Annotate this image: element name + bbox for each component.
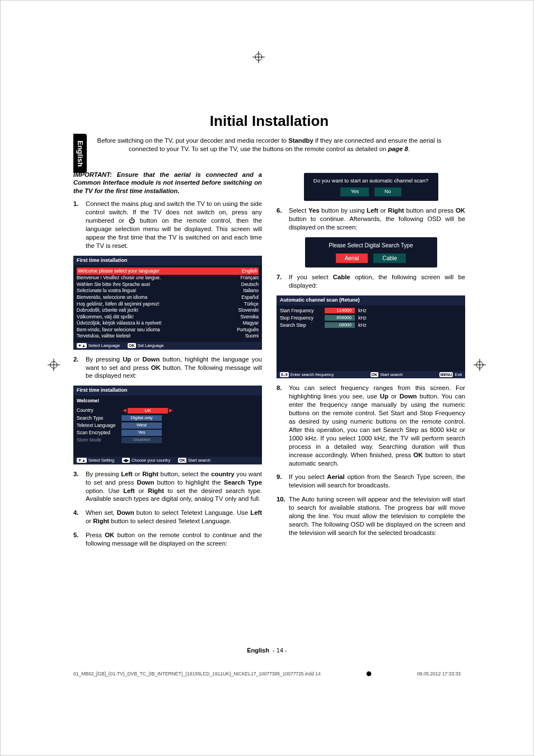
osd-searchtype: Please Select Digital Search TypeAerialC… bbox=[305, 237, 437, 267]
page-title: Initial Installation bbox=[73, 112, 465, 130]
print-mark: 01_MB62_[GB]_(01-TV)_DVB_TC_(IB_INTERNET… bbox=[73, 669, 461, 678]
step-item: 4.When set, Down buton to select Teletex… bbox=[73, 509, 262, 525]
registration-mark-top bbox=[252, 51, 265, 63]
page-footer: English - 14 - bbox=[1, 647, 533, 654]
step-list: 1.Connect the mains plug and switch the … bbox=[73, 200, 262, 250]
step-item: 10.The Auto tuning screen will appear an… bbox=[277, 495, 465, 537]
svg-point-9 bbox=[367, 672, 372, 677]
step-item: 5.Press OK button on the remote control … bbox=[73, 531, 262, 548]
step-list: 2.By pressing Up or Down button, highlig… bbox=[73, 355, 262, 381]
step-list: 6.Select Yes button by using Left or Rig… bbox=[277, 206, 465, 232]
step-item: 6.Select Yes button by using Left or Rig… bbox=[277, 206, 465, 232]
step-list: 7.If you select Cable option, the follow… bbox=[277, 273, 465, 290]
step-item: 7.If you select Cable option, the follow… bbox=[277, 273, 465, 290]
print-file: 01_MB62_[GB]_(01-TV)_DVB_TC_(IB_INTERNET… bbox=[73, 671, 321, 677]
right-column: Do you want to start an automatic channe… bbox=[277, 171, 465, 543]
registration-mark-right bbox=[474, 359, 486, 371]
print-timestamp: 08.05.2012 17:33:33 bbox=[417, 671, 461, 677]
dialog-button[interactable]: Cable bbox=[373, 253, 406, 263]
step-item: 3.By pressing Left or Right button, sele… bbox=[73, 470, 262, 504]
dialog-button[interactable]: No bbox=[374, 187, 401, 196]
left-column: IMPORTANT: Ensure that the aerial is con… bbox=[73, 171, 262, 553]
step-list: 3.By pressing Left or Right button, sele… bbox=[73, 470, 262, 548]
step-list: 8.You can select frequency ranges from t… bbox=[277, 384, 465, 537]
osd-welcome: First time installationWelcome!Country◀U… bbox=[73, 386, 262, 464]
step-item: 1.Connect the mains plug and switch the … bbox=[73, 200, 262, 250]
page: English Initial Installation Before swit… bbox=[0, 0, 534, 756]
important-note: IMPORTANT: Ensure that the aerial is con… bbox=[73, 171, 262, 195]
osd-autoscan: Do you want to start an automatic channe… bbox=[304, 173, 438, 201]
registration-mark-left bbox=[48, 359, 60, 371]
step-item: 8.You can select frequency ranges from t… bbox=[277, 384, 465, 467]
registration-mark-bottom bbox=[364, 669, 373, 678]
dialog-button[interactable]: Yes bbox=[340, 187, 369, 196]
content: Initial Installation Before switching on… bbox=[73, 112, 465, 553]
osd-retune: Automatic channel scan (Retune)Start Fre… bbox=[277, 295, 465, 379]
osd-language: First time installationWelcome please se… bbox=[73, 256, 262, 350]
step-item: 2.By pressing Up or Down button, highlig… bbox=[73, 355, 262, 381]
dialog-button[interactable]: Aerial bbox=[336, 253, 368, 263]
step-item: 9.If you select Aerial option from the S… bbox=[277, 473, 465, 490]
intro-text: Before switching on the TV, put your dec… bbox=[73, 137, 465, 154]
